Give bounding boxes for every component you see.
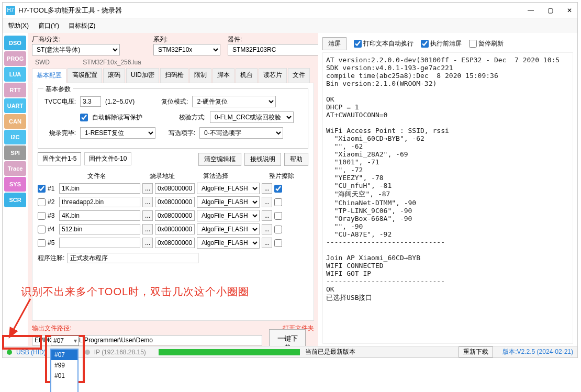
hdr-algo: 算法选择	[203, 172, 255, 181]
side-tab-uart[interactable]: UART	[4, 98, 26, 113]
pause-check[interactable]	[469, 40, 477, 48]
menu-help[interactable]: 帮助(X)	[8, 21, 29, 30]
fw-name-2[interactable]	[59, 197, 140, 207]
vendor-select[interactable]: ST(意法半导体)	[32, 44, 120, 55]
ip-label[interactable]: IP (192.168.28.15)	[94, 349, 146, 356]
tvcc-input[interactable]	[80, 96, 101, 107]
rw-protect-check[interactable]	[80, 114, 88, 121]
config-tab-4[interactable]: 扫码枪	[160, 68, 188, 83]
fw-enable-5[interactable]	[38, 239, 46, 247]
fw-addr-3[interactable]	[155, 210, 195, 221]
side-tab-trace[interactable]: Trace	[4, 161, 26, 176]
fw-browse-3[interactable]: ...	[142, 210, 153, 221]
fw-algo-1[interactable]: AlgoFile_FLASH	[197, 183, 260, 194]
fw-algo-2[interactable]: AlgoFile_FLASH	[197, 196, 260, 208]
tool-id-dropdown[interactable]: #07#99#01	[50, 349, 79, 392]
config-tab-2[interactable]: 滚码	[103, 68, 125, 83]
fw-addr-4[interactable]	[155, 224, 195, 234]
fw-name-3[interactable]	[59, 210, 140, 221]
maximize-button[interactable]: ▢	[545, 7, 555, 14]
app-icon: H7	[6, 6, 15, 15]
fw-algo-browse-3[interactable]: ...	[262, 210, 272, 221]
fw-name-1[interactable]	[59, 183, 140, 194]
side-tab-sys[interactable]: SYS	[4, 177, 26, 192]
minimize-button[interactable]: —	[526, 7, 536, 14]
side-tab-scr[interactable]: SCR	[4, 193, 26, 207]
fw-erase-3[interactable]	[274, 212, 282, 220]
fw-erase-2[interactable]	[274, 198, 282, 206]
fw-algo-browse-5[interactable]: ...	[262, 238, 272, 248]
fw-name-4[interactable]	[59, 224, 140, 234]
menu-target[interactable]: 目标板(Z)	[69, 21, 95, 30]
basic-params-fieldset: 基本参数 TVCC电压: (1.2~5.0V) 复位模式: 2-硬件复位	[38, 88, 308, 149]
clearbefore-check[interactable]	[421, 40, 429, 48]
fw-algo-4[interactable]: AlgoFile_FLASH	[197, 223, 260, 235]
tool-id-option-07[interactable]: #07	[51, 350, 77, 360]
fw-enable-4[interactable]	[38, 226, 46, 233]
autowrap-check[interactable]	[354, 40, 362, 48]
help-button[interactable]: 帮助	[284, 153, 308, 166]
side-tab-can[interactable]: CAN	[4, 114, 26, 129]
fw-enable-1[interactable]	[38, 185, 46, 193]
fw-algo-browse-1[interactable]: ...	[262, 183, 272, 194]
verify-label: 校验方式:	[176, 113, 206, 122]
fw-addr-5[interactable]	[155, 238, 195, 248]
series-select[interactable]: STM32F10x	[153, 44, 220, 55]
one-key-download-button[interactable]: 一键下载	[269, 329, 306, 346]
tool-id-option-01[interactable]: #01	[51, 371, 77, 381]
side-tab-dso[interactable]: DSO	[4, 36, 26, 50]
wire-help-button[interactable]: 接线说明	[244, 153, 281, 166]
fw-erase-4[interactable]	[274, 226, 282, 233]
fw-algo-browse-4[interactable]: ...	[262, 224, 272, 234]
close-button[interactable]: ✕	[565, 7, 574, 14]
fw-enable-3[interactable]	[38, 212, 46, 220]
fw-algo-3[interactable]: AlgoFile_FLASH	[197, 210, 260, 221]
fw-algo-browse-2[interactable]: ...	[262, 197, 272, 207]
redownload-button[interactable]: 重新下载	[459, 346, 493, 357]
fw-name-5[interactable]	[59, 238, 140, 248]
verify-select[interactable]: 0-FLM_CRC或读回校验	[210, 111, 294, 123]
side-tab-rtt[interactable]: RTT	[4, 83, 26, 97]
config-tab-7[interactable]: 机台	[236, 68, 258, 83]
fw-erase-1[interactable]	[274, 185, 282, 193]
fw-browse-4[interactable]: ...	[142, 224, 153, 234]
clearbefore-label: 执行前清屏	[430, 39, 462, 48]
menu-window[interactable]: 窗口(Y)	[38, 21, 59, 30]
side-tab-spi[interactable]: SPI	[4, 145, 26, 160]
config-tab-6[interactable]: 脚本	[213, 68, 234, 83]
fw-algo-5[interactable]: AlgoFile_FLASH	[197, 237, 260, 249]
writeopt-select[interactable]: 0-不写选项字	[199, 127, 283, 139]
usb-label[interactable]: USB (HID)	[16, 349, 46, 356]
config-tab-1[interactable]: 高级配置	[68, 68, 102, 83]
reset-select[interactable]: 2-硬件复位	[192, 96, 276, 107]
fw-browse-5[interactable]: ...	[142, 238, 153, 248]
fw-tab-1-5[interactable]: 固件文件1-5	[38, 152, 81, 165]
tool-id-combo[interactable]: #07	[51, 335, 79, 346]
fw-tab-6-10[interactable]: 固件文件6-10	[84, 152, 131, 165]
fw-row-4: #4...AlgoFile_FLASH...	[38, 223, 308, 235]
tool-id-option-99[interactable]: #99	[51, 360, 77, 371]
after-select[interactable]: 1-RESET复位	[80, 127, 155, 139]
part-select[interactable]: STM32F103RC	[228, 44, 318, 55]
fw-row-2: #2...AlgoFile_FLASH...	[38, 196, 308, 208]
side-tab-prog[interactable]: PROG	[4, 51, 26, 66]
fw-addr-2[interactable]	[155, 197, 195, 207]
config-tab-5[interactable]: 限制	[189, 68, 211, 83]
config-tab-3[interactable]: UID加密	[126, 68, 159, 83]
after-label: 烧录完毕:	[43, 129, 76, 138]
config-tab-9[interactable]: 文件	[288, 68, 310, 83]
fw-row-1: #1...AlgoFile_FLASH...	[38, 183, 308, 194]
clear-edit-button[interactable]: 清空编辑框	[198, 153, 241, 166]
fw-erase-5[interactable]	[274, 239, 282, 247]
log-output[interactable]: AT version:2.2.0.0-dev(30100ff - ESP32 -…	[322, 52, 573, 344]
notes-input[interactable]	[68, 253, 198, 263]
config-tab-0[interactable]: 基本配置	[32, 69, 66, 83]
clear-log-button[interactable]: 清屏	[322, 37, 347, 50]
side-tab-lua[interactable]: LUA	[4, 67, 26, 82]
fw-browse-1[interactable]: ...	[142, 183, 153, 194]
fw-addr-1[interactable]	[155, 183, 195, 194]
side-tab-i2c[interactable]: I2C	[4, 130, 26, 144]
fw-enable-2[interactable]	[38, 198, 46, 206]
fw-browse-2[interactable]: ...	[142, 197, 153, 207]
config-tab-8[interactable]: 读芯片	[259, 68, 287, 83]
